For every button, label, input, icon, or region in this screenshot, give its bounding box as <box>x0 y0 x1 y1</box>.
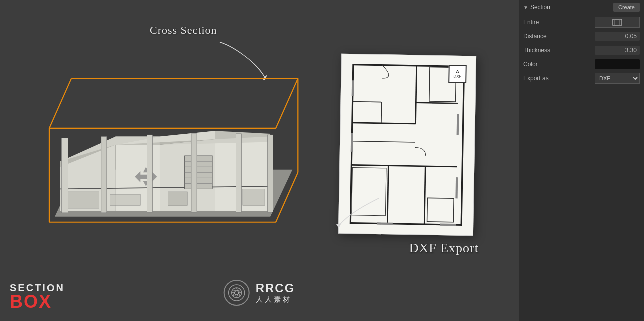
dxf-file-icon: A DXF <box>448 65 467 84</box>
dxf-icon-label: DXF <box>454 75 462 79</box>
svg-line-56 <box>352 142 416 142</box>
section-collapse-icon: ▼ <box>524 5 528 10</box>
distance-label: Distance <box>524 33 595 40</box>
watermark-logo-svg <box>228 284 246 302</box>
section-label-area: ▼ Section <box>524 4 614 11</box>
entire-row: Entire <box>520 16 644 30</box>
svg-line-7 <box>50 78 72 128</box>
svg-rect-45 <box>268 135 274 212</box>
export-dropdown[interactable]: DXF SVG PDF <box>595 73 640 84</box>
panel-section-header: ▼ Section Create <box>520 0 644 16</box>
svg-rect-39 <box>243 189 265 206</box>
svg-rect-36 <box>66 192 99 208</box>
section-text-label: Section <box>530 4 550 11</box>
3d-viewport[interactable]: Cross Section <box>0 0 519 321</box>
export-row: Export as DXF SVG PDF <box>520 72 644 86</box>
distance-value[interactable]: 0.05 <box>595 32 640 41</box>
svg-line-60 <box>353 80 354 96</box>
svg-line-47 <box>352 123 416 124</box>
svg-line-52 <box>424 166 426 224</box>
color-row: Color <box>520 58 644 72</box>
watermark-logo-circle <box>224 280 250 306</box>
svg-line-64 <box>458 114 458 135</box>
svg-point-69 <box>235 291 239 295</box>
section-box-logo: SECTION BOX <box>10 283 65 311</box>
watermark-rrcg: RRCG <box>256 282 296 296</box>
svg-rect-70 <box>613 20 622 26</box>
svg-rect-41 <box>102 136 107 213</box>
svg-line-61 <box>352 134 352 152</box>
building-svg <box>15 40 305 250</box>
entire-button[interactable] <box>595 17 640 28</box>
color-label: Color <box>524 61 595 68</box>
svg-line-49 <box>416 66 417 124</box>
svg-line-65 <box>456 178 457 198</box>
watermark-chinese: 人人素材 <box>256 296 296 304</box>
create-button[interactable]: Create <box>614 3 640 12</box>
svg-rect-59 <box>428 198 454 222</box>
dxf-icon-top-letter: A <box>456 70 460 74</box>
thickness-label: Thickness <box>524 47 595 54</box>
thickness-row: Thickness 3.30 <box>520 44 644 58</box>
svg-line-54 <box>382 102 382 124</box>
svg-rect-42 <box>148 135 153 212</box>
svg-rect-43 <box>192 134 197 212</box>
watermark: RRCG 人人素材 <box>224 280 296 306</box>
export-label: Export as <box>524 75 595 82</box>
dxf-export-arrow <box>334 194 384 228</box>
svg-line-55 <box>432 103 458 104</box>
cross-section-label: Cross Section <box>150 24 218 37</box>
svg-rect-44 <box>236 134 242 212</box>
svg-line-63 <box>440 225 456 226</box>
svg-line-5 <box>276 78 298 128</box>
svg-line-51 <box>388 166 388 224</box>
svg-rect-37 <box>110 194 141 206</box>
entire-label: Entire <box>524 19 595 26</box>
thickness-value[interactable]: 3.30 <box>595 46 640 55</box>
building-3d-container <box>15 40 305 250</box>
svg-line-53 <box>353 102 382 102</box>
svg-marker-66 <box>336 224 342 228</box>
bracket-icon-svg <box>612 19 622 26</box>
watermark-text-block: RRCG 人人素材 <box>256 282 296 304</box>
svg-rect-38 <box>168 192 188 206</box>
properties-panel: ▼ Section Create Entire Distance 0.05 Th… <box>519 0 644 321</box>
distance-row: Distance 0.05 <box>520 30 644 44</box>
svg-line-48 <box>352 165 457 167</box>
dxf-export-label: DXF Export <box>410 241 479 256</box>
color-swatch[interactable] <box>595 60 640 70</box>
svg-rect-40 <box>62 138 68 213</box>
section-logo-bot: BOX <box>10 293 65 311</box>
